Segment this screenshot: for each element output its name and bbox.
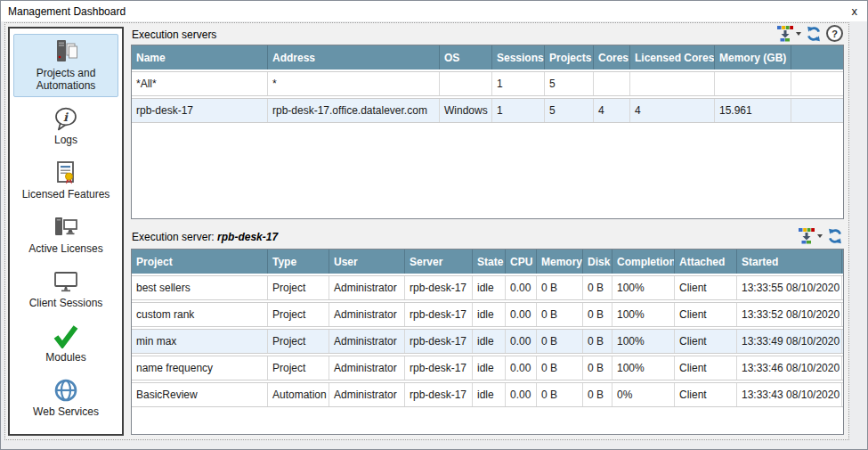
cell-user: Administrator [329, 383, 404, 406]
cell-cpu: 0.00 [505, 356, 536, 380]
cell-os [439, 72, 491, 95]
cell-attached: Client [674, 303, 736, 326]
sidebar-item-label: Web Services [16, 405, 116, 418]
cell-started: 13:33:46 08/10/2020 [736, 356, 841, 380]
cell-project: custom rank [132, 303, 267, 326]
cell-licensed-cores [629, 72, 714, 95]
cell-memory: 0 B [536, 303, 582, 326]
column-header-project[interactable]: Project [132, 250, 267, 274]
cell-disk: 0 B [582, 276, 612, 299]
table-row[interactable]: min max Project Administrator rpb-desk-1… [132, 329, 843, 354]
column-header-memory[interactable]: Memory (GB) [714, 45, 791, 70]
sidebar-item-logs[interactable]: i Logs [13, 101, 118, 151]
cell-state: idle [472, 330, 505, 353]
column-header-name[interactable]: Name [132, 45, 267, 70]
cell-server: rpb-desk-17 [404, 276, 472, 299]
execution-server-detail-table: Project Type User Server State CPU Memor… [131, 249, 844, 435]
cell-type: Project [267, 356, 329, 380]
globe-icon [16, 377, 116, 404]
cell-server: rpb-desk-17 [404, 383, 472, 406]
sidebar-item-label: Projects and Automations [16, 67, 116, 92]
cell-attached: Client [674, 330, 736, 353]
info-bubble-icon: i [16, 105, 116, 132]
sidebar: Projects and Automations i Logs [8, 27, 124, 436]
refresh-icon [827, 228, 843, 244]
column-header-os[interactable]: OS [439, 45, 491, 70]
column-header-memory[interactable]: Memory [536, 250, 582, 274]
column-header-completion[interactable]: Completion [612, 250, 674, 274]
checkmark-icon [16, 323, 116, 349]
export-icon [776, 25, 794, 42]
sidebar-item-licensed-features[interactable]: Licensed Features [13, 155, 118, 206]
column-header-user[interactable]: User [329, 250, 404, 274]
cell-type: Project [267, 276, 329, 299]
sidebar-item-projects-and-automations[interactable]: Projects and Automations [13, 34, 118, 97]
cell-user: Administrator [329, 303, 404, 326]
table-row[interactable]: rpb-desk-17 rpb-desk-17.office.datalever… [132, 98, 843, 123]
cell-state: idle [472, 356, 505, 380]
sidebar-item-client-sessions[interactable]: Client Sessions [13, 264, 118, 315]
cell-cores: 4 [593, 99, 629, 122]
cell-server: rpb-desk-17 [404, 356, 472, 380]
cell-project: name frequency [132, 356, 267, 380]
help-button[interactable]: ? [826, 25, 843, 42]
table-row[interactable]: custom rank Project Administrator rpb-de… [132, 302, 843, 327]
table-row[interactable]: best sellers Project Administrator rpb-d… [132, 275, 843, 300]
cell-filler [841, 276, 844, 299]
cell-filler [791, 99, 843, 122]
column-header-cores[interactable]: Cores [593, 45, 629, 70]
cell-attached: Client [674, 356, 736, 380]
sidebar-item-web-services[interactable]: Web Services [13, 372, 118, 423]
cell-disk: 0 B [582, 303, 612, 326]
cell-server: rpb-desk-17 [404, 303, 472, 326]
column-header-state[interactable]: State [472, 250, 505, 274]
cell-project: min max [132, 330, 267, 353]
cell-user: Administrator [329, 356, 404, 380]
column-header-server[interactable]: Server [404, 250, 472, 274]
cell-completion: 100% [612, 356, 674, 380]
workstation-icon [16, 214, 116, 241]
execution-server-detail-toolbar [798, 227, 843, 244]
export-button[interactable] [776, 25, 801, 42]
cell-disk: 0 B [582, 330, 612, 353]
cell-memory [714, 72, 791, 95]
column-header-sessions[interactable]: Sessions [491, 45, 544, 70]
cell-cpu: 0.00 [505, 303, 536, 326]
execution-servers-title: Execution servers [132, 29, 216, 41]
cell-started: 13:33:43 08/10/2020 [736, 383, 841, 406]
cell-address: rpb-desk-17.office.datalever.com [267, 99, 439, 122]
table-header: Name Address OS Sessions Projects Cores … [132, 45, 843, 70]
table-row[interactable]: name frequency Project Administrator rpb… [132, 356, 843, 380]
column-header-licensed-cores[interactable]: Licensed Cores [629, 45, 714, 70]
column-header-disk[interactable]: Disk [582, 250, 612, 274]
sidebar-item-modules[interactable]: Modules [13, 318, 118, 369]
cell-os: Windows [439, 99, 491, 122]
refresh-button[interactable] [827, 228, 843, 244]
table-row[interactable]: BasicReview Automation Administrator rpb… [132, 382, 843, 407]
cell-state: idle [472, 303, 505, 326]
sidebar-item-label: Licensed Features [16, 188, 116, 200]
column-header-cpu[interactable]: CPU [505, 250, 536, 274]
column-header-started[interactable]: Started [736, 250, 841, 274]
column-header-attached[interactable]: Attached [674, 250, 736, 274]
cell-project: BasicReview [132, 383, 267, 406]
column-header-type[interactable]: Type [267, 250, 329, 274]
sidebar-item-active-licenses[interactable]: Active Licenses [13, 209, 118, 260]
export-button[interactable] [798, 227, 823, 244]
cell-filler [841, 356, 844, 380]
table-row[interactable]: *All* * 1 5 [132, 71, 843, 96]
table-header: Project Type User Server State CPU Memor… [132, 250, 843, 274]
chevron-down-icon [796, 32, 801, 36]
close-button[interactable]: x [849, 5, 861, 17]
client-area: Projects and Automations i Logs [4, 22, 849, 440]
cell-state: idle [472, 383, 505, 406]
cell-project: best sellers [132, 276, 267, 299]
sidebar-item-label: Client Sessions [16, 297, 116, 309]
cell-licensed-cores: 4 [629, 99, 714, 122]
refresh-button[interactable] [806, 26, 822, 42]
export-icon [798, 227, 815, 244]
column-header-projects[interactable]: Projects [544, 45, 593, 70]
column-header-address[interactable]: Address [267, 45, 439, 70]
cell-type: Automation [267, 383, 329, 406]
cell-completion: 100% [612, 330, 674, 353]
